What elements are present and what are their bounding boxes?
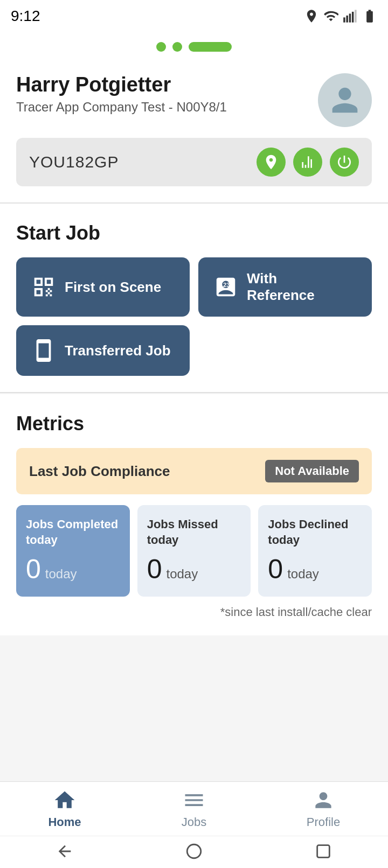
divider-2 — [0, 392, 388, 393]
transferred-job-button[interactable]: Transferred Job — [16, 325, 190, 376]
jobs-missed-card: Jobs Missed today 0 today — [137, 505, 251, 596]
jobs-declined-value: 0 — [268, 554, 283, 585]
bar-chart-icon — [299, 153, 316, 171]
jobs-declined-title: Jobs Declined today — [268, 517, 362, 548]
recents-icon — [314, 842, 332, 860]
svg-rect-7 — [317, 845, 330, 857]
svg-rect-2 — [349, 13, 351, 22]
metrics-title: Metrics — [16, 412, 372, 435]
svg-rect-1 — [346, 16, 348, 23]
svg-rect-4 — [355, 10, 357, 22]
qr-icon — [31, 275, 56, 299]
first-on-scene-label: First on Scene — [65, 279, 161, 296]
back-icon — [56, 842, 74, 860]
location-button[interactable] — [257, 148, 286, 177]
android-recents-button[interactable] — [314, 842, 332, 863]
page-indicator — [0, 32, 388, 57]
jobs-completed-card: Jobs Completed today 0 today — [16, 505, 130, 596]
signal-icon — [343, 9, 358, 24]
with-reference-button[interactable]: 123 WithReference — [198, 257, 372, 317]
indicator-active — [189, 42, 232, 52]
status-bar: 9:12 — [0, 0, 388, 32]
compliance-bar: Last Job Compliance Not Available — [16, 448, 372, 494]
location-icon — [304, 9, 319, 24]
profile-info: Harry Potgietter Tracer App Company Test… — [16, 73, 227, 115]
metrics-cards: Jobs Completed today 0 today Jobs Missed… — [16, 505, 372, 596]
jobs-missed-unit: today — [166, 566, 198, 582]
jobs-missed-value: 0 — [147, 554, 162, 585]
android-back-button[interactable] — [56, 842, 74, 863]
start-job-title: Start Job — [16, 222, 372, 244]
android-home-button[interactable] — [185, 842, 203, 863]
profile-icon — [311, 788, 335, 812]
jobs-completed-value-row: 0 today — [26, 554, 120, 585]
svg-rect-3 — [352, 12, 354, 23]
nav-items: Home Jobs Profile — [0, 782, 388, 836]
transferred-job-label: Transferred Job — [65, 342, 171, 359]
battery-icon — [362, 9, 377, 24]
indicator-dot-2 — [172, 42, 182, 52]
power-button[interactable] — [330, 148, 359, 177]
power-icon — [336, 153, 353, 171]
jobs-icon — [182, 788, 206, 812]
jobs-completed-unit: today — [45, 566, 77, 582]
compliance-label: Last Job Compliance — [29, 463, 170, 480]
signal-button[interactable] — [293, 148, 322, 177]
nav-jobs[interactable]: Jobs — [129, 782, 259, 836]
job-buttons: First on Scene 123 WithReference Transfe… — [16, 257, 372, 376]
indicator-dot-1 — [156, 42, 166, 52]
start-job-section: Start Job First on Scene 123 WithReferen… — [0, 204, 388, 392]
android-nav-bar — [0, 836, 388, 868]
bottom-nav: Home Jobs Profile — [0, 781, 388, 868]
first-on-scene-button[interactable]: First on Scene — [16, 257, 190, 317]
nav-profile-label: Profile — [307, 815, 340, 829]
avatar — [318, 73, 372, 127]
jobs-completed-value: 0 — [26, 554, 41, 585]
vehicle-badge: YOU182GP — [16, 138, 372, 186]
status-icons — [304, 9, 377, 24]
with-reference-label: WithReference — [247, 270, 315, 304]
profile-name: Harry Potgietter — [16, 73, 227, 96]
reference-icon: 123 — [213, 275, 238, 299]
metrics-section: Metrics Last Job Compliance Not Availabl… — [0, 394, 388, 635]
jobs-declined-value-row: 0 today — [268, 554, 362, 585]
circle-icon — [185, 842, 203, 860]
wifi-icon — [323, 9, 338, 24]
vehicle-icons — [257, 148, 359, 177]
svg-text:123: 123 — [220, 282, 230, 288]
jobs-declined-card: Jobs Declined today 0 today — [258, 505, 372, 596]
home-icon — [53, 788, 77, 812]
profile-company: Tracer App Company Test - N00Y8/1 — [16, 100, 227, 115]
status-time: 9:12 — [11, 8, 40, 25]
nav-jobs-label: Jobs — [182, 815, 206, 829]
svg-rect-0 — [343, 17, 345, 22]
svg-point-6 — [187, 844, 201, 858]
avatar-icon — [326, 81, 364, 119]
jobs-missed-title: Jobs Missed today — [147, 517, 241, 548]
vehicle-id: YOU182GP — [29, 153, 119, 171]
nav-profile[interactable]: Profile — [259, 782, 388, 836]
nav-home-label: Home — [48, 815, 81, 829]
vehicle-section: YOU182GP — [0, 138, 388, 202]
metrics-note: *since last install/cache clear — [16, 605, 372, 619]
jobs-completed-title: Jobs Completed today — [26, 517, 120, 548]
jobs-missed-value-row: 0 today — [147, 554, 241, 585]
jobs-declined-unit: today — [287, 566, 319, 582]
profile-section: Harry Potgietter Tracer App Company Test… — [0, 57, 388, 138]
compliance-badge: Not Available — [265, 460, 359, 482]
nav-home[interactable]: Home — [0, 782, 129, 836]
pin-icon — [262, 153, 280, 171]
transfer-icon — [31, 338, 56, 363]
